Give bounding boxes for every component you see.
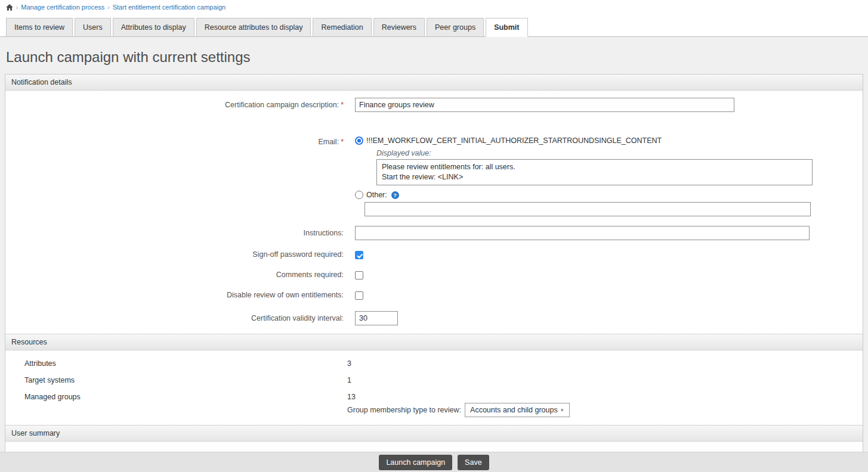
resources-row-attributes: Attributes 3	[5, 355, 863, 372]
required-marker: *	[341, 101, 344, 109]
tab-resource-attributes-to-display[interactable]: Resource attributes to display	[196, 18, 311, 37]
signoff-password-checkbox[interactable]	[355, 251, 363, 259]
email-preview-line1: Please review entitlements for: all user…	[382, 162, 807, 172]
email-other-input[interactable]	[365, 202, 811, 216]
group-membership-type-selected-value: Accounts and child groups	[470, 406, 558, 414]
resources-row-target-systems: Target systems 1	[5, 372, 863, 389]
email-template-radio[interactable]	[355, 136, 363, 145]
managed-groups-label: Managed groups	[5, 393, 342, 417]
campaign-description-label: Certification campaign description:*	[5, 98, 355, 109]
email-preview-box: Please review entitlements for: all user…	[376, 159, 813, 185]
target-systems-label: Target systems	[5, 376, 342, 384]
instructions-label: Instructions:	[5, 226, 355, 237]
action-bar: Launch campaign Save	[0, 452, 868, 472]
instructions-input[interactable]	[355, 226, 810, 240]
email-other-radio[interactable]	[355, 191, 363, 199]
target-systems-value: 1	[342, 376, 863, 384]
user-summary-header: User summary	[5, 425, 863, 442]
displayed-value-label: Displayed value:	[376, 149, 863, 157]
email-other-label: Other:	[366, 191, 387, 199]
group-membership-type-label: Group membership type to review:	[347, 406, 461, 414]
page-title: Launch campaign with current settings	[6, 49, 868, 66]
validity-interval-label: Certification validity interval:	[5, 311, 355, 322]
tab-users[interactable]: Users	[75, 18, 111, 37]
campaign-description-row: Certification campaign description:*	[5, 98, 863, 112]
tab-remediation[interactable]: Remediation	[313, 18, 371, 37]
campaign-description-input[interactable]	[355, 98, 734, 112]
signoff-password-row: Sign-off password required:	[5, 250, 863, 262]
disable-own-entitlements-label: Disable review of own entitlements:	[5, 291, 355, 299]
main-content: Launch campaign with current settings No…	[0, 37, 868, 452]
email-label: Email:*	[5, 136, 355, 146]
attributes-label: Attributes	[5, 359, 342, 368]
disable-own-entitlements-checkbox[interactable]	[355, 291, 363, 300]
breadcrumb-link-start-campaign[interactable]: Start entitlement certification campaign	[113, 4, 226, 11]
notification-details-header: Notification details	[5, 74, 863, 91]
tab-attributes-to-display[interactable]: Attributes to display	[113, 18, 194, 37]
comments-required-checkbox[interactable]	[355, 271, 363, 280]
tab-submit[interactable]: Submit	[486, 18, 527, 37]
disable-own-entitlements-row: Disable review of own entitlements:	[5, 291, 863, 302]
email-row: Email:* !!!EM_WORKFLOW_CERT_INITIAL_AUTH…	[5, 136, 863, 216]
comments-required-label: Comments required:	[5, 271, 355, 279]
launch-campaign-button[interactable]: Launch campaign	[379, 455, 452, 470]
notification-details-section: Notification details Certification campa…	[5, 74, 863, 334]
settings-panel: Notification details Certification campa…	[5, 74, 863, 452]
signoff-password-label: Sign-off password required:	[5, 250, 355, 259]
save-button[interactable]: Save	[458, 455, 489, 470]
instructions-row: Instructions:	[5, 226, 863, 240]
resources-header: Resources	[5, 334, 863, 350]
breadcrumb: › Manage certification process › Start e…	[0, 0, 868, 12]
user-summary-section: User summary All users having selected e…	[5, 425, 863, 452]
breadcrumb-separator: ›	[107, 4, 109, 11]
email-preview-line2: Start the review: <LINK>	[382, 172, 807, 182]
resources-section: Resources Attributes 3 Target systems 1 …	[5, 334, 863, 425]
tab-bar: Items to review Users Attributes to disp…	[0, 12, 868, 37]
validity-interval-input[interactable]	[355, 311, 398, 325]
breadcrumb-separator: ›	[16, 4, 18, 11]
email-template-option-label: !!!EM_WORKFLOW_CERT_INITIAL_AUTHORIZER_S…	[366, 136, 662, 145]
chevron-down-icon: ▼	[560, 408, 564, 413]
resources-row-managed-groups: Managed groups 13 Group membership type …	[5, 389, 863, 421]
managed-groups-value: 13	[347, 393, 863, 401]
tab-items-to-review[interactable]: Items to review	[6, 18, 73, 37]
required-marker: *	[341, 138, 344, 146]
comments-required-row: Comments required:	[5, 271, 863, 282]
group-membership-type-select[interactable]: Accounts and child groups ▼	[465, 403, 570, 417]
home-icon[interactable]	[6, 4, 13, 11]
help-icon[interactable]: ?	[391, 191, 399, 199]
breadcrumb-link-manage-certification[interactable]: Manage certification process	[21, 4, 104, 11]
tab-peer-groups[interactable]: Peer groups	[427, 18, 484, 37]
tab-reviewers[interactable]: Reviewers	[373, 18, 425, 37]
attributes-value: 3	[342, 359, 863, 368]
validity-interval-row: Certification validity interval:	[5, 311, 863, 325]
